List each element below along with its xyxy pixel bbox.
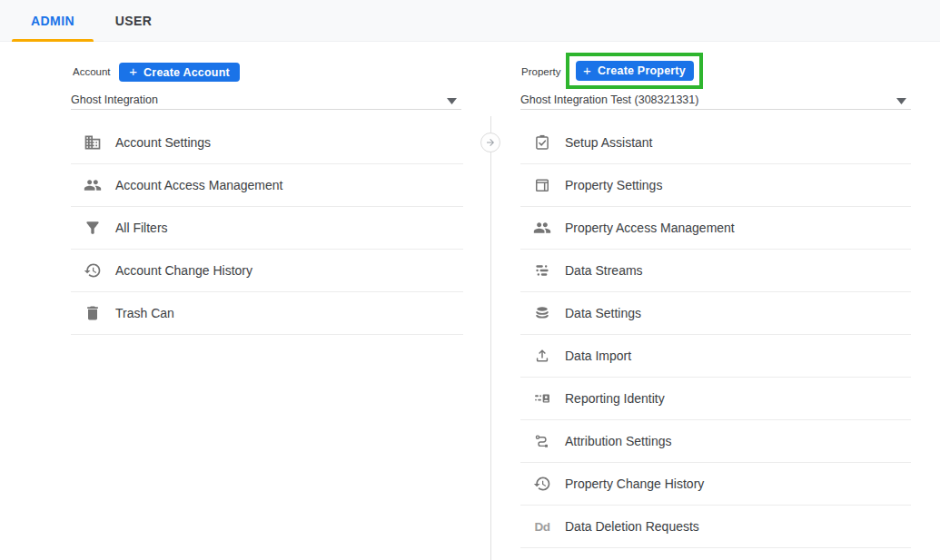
create-account-button[interactable]: + Create Account [119,63,240,82]
menu-item-property-access-management[interactable]: Property Access Management [520,207,911,250]
menu-item-account-change-history[interactable]: Account Change History [71,250,463,292]
account-selector[interactable]: Ghost Integration [71,90,461,110]
arrow-right-icon [485,137,496,148]
window-icon [533,176,551,194]
menu-item-label: Reporting Identity [565,391,665,406]
menu-item-data-import[interactable]: Data Import [520,335,911,378]
menu-item-trash-can[interactable]: Trash Can [71,292,463,335]
menu-item-data-deletion-requests[interactable]: Dd Data Deletion Requests [520,506,911,548]
menu-item-data-streams[interactable]: Data Streams [520,250,911,292]
menu-item-label: Data Settings [565,306,641,320]
attribution-path-icon [533,432,551,450]
menu-item-data-settings[interactable]: Data Settings [520,292,911,335]
plus-icon: + [583,64,591,77]
tab-admin[interactable]: ADMIN [12,0,94,42]
history-icon [84,261,102,280]
menu-item-account-access-management[interactable]: Account Access Management [71,164,463,207]
menu-item-label: Data Import [565,349,631,363]
menu-item-label: Attribution Settings [565,434,672,448]
identity-card-icon [533,389,551,408]
dd-glyph-icon: Dd [533,517,551,535]
menu-item-label: Setup Assistant [565,135,653,150]
menu-item-label: Account Change History [115,263,252,278]
admin-page: ADMIN USER Account + Create Account Ghos… [0,0,940,560]
active-tab-indicator [12,39,94,42]
filter-icon [84,219,102,237]
menu-item-account-settings[interactable]: Account Settings [71,122,463,164]
chevron-down-icon [447,92,457,108]
menu-item-label: Account Access Management [115,178,282,192]
create-property-label: Create Property [598,64,686,77]
property-selector-value: Ghost Integration Test (308321331) [520,93,896,106]
account-selector-value: Ghost Integration [71,93,447,106]
tab-user-label: USER [115,14,153,28]
plus-icon: + [129,64,137,78]
people-icon [533,219,551,237]
menu-item-property-settings[interactable]: Property Settings [520,164,911,207]
account-column-label: Account [73,66,111,77]
property-menu: Setup Assistant Property Settings Proper… [520,122,911,548]
account-menu: Account Settings Account Access Manageme… [71,122,463,335]
menu-item-label: Property Access Management [565,221,735,235]
menu-item-label: Data Streams [565,263,643,278]
menu-item-label: Property Change History [565,476,704,491]
clipboard-check-icon [533,133,551,152]
menu-item-reporting-identity[interactable]: Reporting Identity [520,378,911,420]
menu-item-setup-assistant[interactable]: Setup Assistant [520,122,911,164]
menu-item-label: Trash Can [115,306,174,320]
menu-item-label: All Filters [115,221,168,235]
data-streams-icon [533,261,551,280]
menu-item-property-change-history[interactable]: Property Change History [520,463,911,506]
database-icon [533,304,551,322]
highlight-box: + Create Property [566,53,703,89]
create-account-label: Create Account [143,66,230,79]
chevron-down-icon [896,92,906,108]
column-divider [490,116,491,560]
property-selector[interactable]: Ghost Integration Test (308321331) [520,90,911,110]
building-icon [84,133,102,152]
tab-bar: ADMIN USER [0,0,940,42]
tab-user[interactable]: USER [97,0,170,42]
menu-item-label: Property Settings [565,178,662,192]
menu-item-label: Account Settings [115,135,211,150]
history-icon [533,475,551,493]
tab-admin-label: ADMIN [31,14,74,28]
people-icon [84,176,102,194]
upload-icon [533,347,551,365]
menu-item-all-filters[interactable]: All Filters [71,207,463,250]
menu-item-attribution-settings[interactable]: Attribution Settings [520,420,911,463]
property-column-label: Property [521,66,560,77]
trash-icon [84,304,102,322]
menu-item-label: Data Deletion Requests [565,519,699,534]
collapse-account-column-button[interactable] [480,133,500,152]
create-property-button[interactable]: + Create Property [576,61,694,81]
